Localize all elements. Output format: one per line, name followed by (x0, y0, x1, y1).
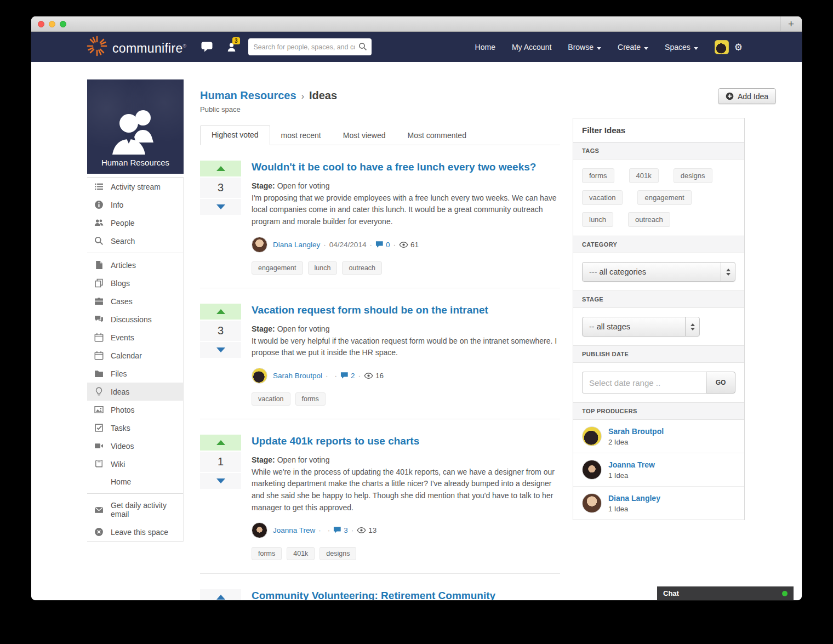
tag-pill[interactable]: outreach (342, 261, 382, 275)
upvote-button[interactable] (200, 161, 241, 176)
idea-title[interactable]: Wouldn't it be cool to have a free lunch… (252, 161, 560, 174)
communifire-logo[interactable]: communifire® (86, 35, 187, 59)
category-select[interactable]: --- all categories (582, 262, 735, 282)
arrow-down-icon (216, 478, 225, 483)
nav-spaces[interactable]: Spaces (665, 43, 698, 52)
tag-pill[interactable]: engagement (252, 261, 303, 275)
people-icon (108, 105, 163, 158)
zoom-window-button[interactable] (60, 21, 66, 27)
sidebar-item-daily-email[interactable]: Get daily activity email (87, 497, 183, 523)
idea-title[interactable]: Vacation request form should be on the i… (252, 304, 560, 317)
sidebar-item-wiki[interactable]: Wiki (87, 455, 183, 473)
idea-title[interactable]: Update 401k reports to use charts (252, 435, 560, 448)
tag-pill[interactable]: lunch (582, 212, 613, 227)
plus-circle-icon (726, 92, 734, 100)
sidebar-item-label: Blogs (111, 279, 130, 288)
author-link[interactable]: Diana Langley (273, 241, 320, 249)
sidebar-item-ideas[interactable]: Ideas (87, 383, 183, 401)
author-avatar[interactable] (252, 368, 267, 384)
new-tab-button[interactable]: + (780, 16, 802, 32)
tag-pill[interactable]: lunch (308, 261, 338, 275)
date-filter: GO (582, 372, 735, 394)
producer-name[interactable]: Joanna Trew (608, 460, 655, 469)
producer-name[interactable]: Diana Langley (608, 494, 660, 503)
sidebar-item-cases[interactable]: Cases (87, 292, 183, 310)
section-header-top-producers: TOP PRODUCERS (573, 403, 744, 420)
close-window-button[interactable] (38, 21, 44, 27)
gear-icon[interactable]: ⚙ (734, 42, 743, 53)
sidebar-item-leave-space[interactable]: Leave this space (87, 523, 183, 541)
sidebar-item-files[interactable]: Files (87, 364, 183, 383)
comment-count[interactable]: 0 (386, 241, 390, 249)
sidebar-item-tasks[interactable]: Tasks (87, 419, 183, 437)
search-input[interactable] (248, 38, 372, 55)
sidebar-item-calendar[interactable]: Calendar (87, 346, 183, 364)
upvote-button[interactable] (200, 589, 241, 600)
tag-pill[interactable]: designs (674, 168, 712, 183)
user-avatar[interactable] (715, 40, 729, 54)
notifications-icon[interactable]: 3 (227, 42, 236, 52)
downvote-button[interactable] (200, 199, 241, 215)
comment-count[interactable]: 2 (351, 372, 355, 380)
author-avatar[interactable] (252, 237, 267, 253)
sidebar-item-search[interactable]: Search (87, 232, 183, 250)
idea-meta: Sarah Broutpol · · 2 · 16 (252, 368, 560, 384)
sidebar-item-people[interactable]: People (87, 214, 183, 232)
author-avatar[interactable] (252, 522, 267, 538)
sidebar-item-events[interactable]: Events (87, 328, 183, 346)
nav-browse[interactable]: Browse (568, 43, 601, 52)
view-count: 61 (410, 241, 419, 249)
tag-pill[interactable]: vacation (252, 392, 290, 406)
tab-most-recent[interactable]: most recent (270, 126, 332, 145)
sidebar-item-photos[interactable]: Photos (87, 401, 183, 419)
nav-my-account[interactable]: My Account (512, 43, 551, 52)
mail-icon (94, 505, 104, 515)
sidebar-item-home[interactable]: Home (87, 473, 183, 491)
tag-pill[interactable]: designs (319, 547, 356, 560)
stage-select[interactable]: -- all stages (582, 317, 700, 337)
book-icon (94, 459, 104, 469)
minimize-window-button[interactable] (49, 21, 55, 27)
tag-pill[interactable]: forms (252, 547, 282, 560)
author-link[interactable]: Joanna Trew (273, 526, 315, 534)
tag-pill[interactable]: outreach (628, 212, 670, 227)
go-button[interactable]: GO (706, 372, 735, 394)
producer-avatar[interactable] (582, 493, 602, 513)
nav-create[interactable]: Create (618, 43, 648, 52)
chat-bar[interactable]: Chat (657, 586, 794, 600)
tag-pill[interactable]: forms (295, 392, 326, 406)
sidebar-item-info[interactable]: Info (87, 196, 183, 214)
tag-pill[interactable]: engagement (637, 190, 691, 205)
breadcrumb-space-link[interactable]: Human Resources (200, 89, 296, 102)
tab-most-viewed[interactable]: Most viewed (332, 126, 397, 145)
tag-pill[interactable]: 401k (629, 168, 659, 183)
space-banner[interactable]: Human Resources (87, 79, 184, 174)
producer-name[interactable]: Sarah Broutpol (608, 427, 664, 436)
nav-home[interactable]: Home (475, 43, 495, 52)
upvote-button[interactable] (200, 304, 241, 320)
tag-pill[interactable]: 401k (287, 547, 315, 560)
brand-name: communifire® (112, 35, 187, 59)
sidebar-item-videos[interactable]: Videos (87, 437, 183, 455)
tab-most-commented[interactable]: Most commented (397, 126, 477, 145)
downvote-button[interactable] (200, 473, 241, 489)
sidebar-item-blogs[interactable]: Blogs (87, 274, 183, 292)
comment-count[interactable]: 3 (344, 526, 348, 534)
filter-tags: forms 401k designs vacation engagement l… (582, 168, 735, 227)
downvote-button[interactable] (200, 342, 241, 358)
producer-avatar[interactable] (582, 460, 602, 480)
author-link[interactable]: Sarah Broutpol (273, 372, 322, 380)
search-icon[interactable] (358, 42, 367, 53)
sidebar-item-activity-stream[interactable]: Activity stream (87, 178, 183, 196)
add-idea-button[interactable]: Add Idea (718, 88, 776, 104)
sidebar-item-discussions[interactable]: Discussions (87, 310, 183, 328)
date-range-input[interactable] (582, 372, 706, 394)
producer-avatar[interactable] (582, 426, 602, 446)
upvote-button[interactable] (200, 435, 241, 451)
idea-title[interactable]: Community Volunteering: Retirement Commu… (252, 589, 560, 600)
tab-highest-voted[interactable]: Highest voted (200, 125, 270, 145)
tag-pill[interactable]: forms (582, 168, 614, 183)
messages-icon[interactable] (201, 42, 213, 52)
tag-pill[interactable]: vacation (582, 190, 623, 205)
sidebar-item-articles[interactable]: Articles (87, 256, 183, 274)
